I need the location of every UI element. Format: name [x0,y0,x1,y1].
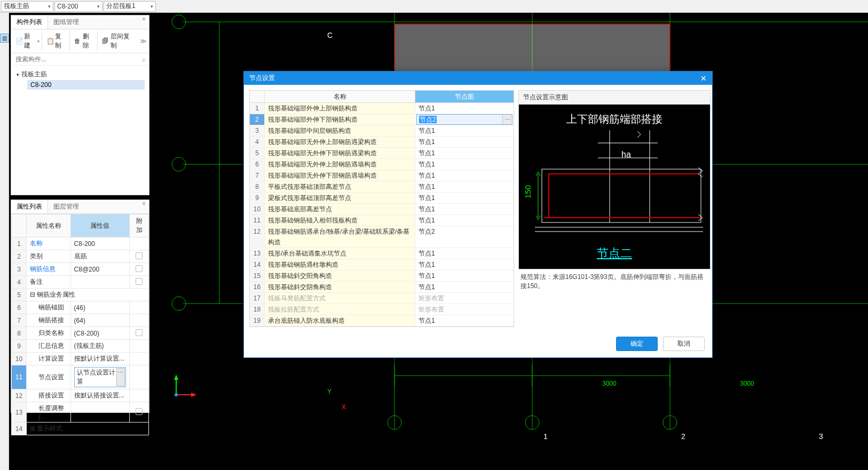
toolbar-overflow-icon[interactable]: ≫ [140,37,147,45]
search-icon[interactable]: ⌕ [142,55,146,63]
node-row[interactable]: 5筏形基础端部无外伸下部钢筋遇梁构造节点1 [250,148,514,159]
node-row[interactable]: 7筏形基础端部无外伸下部钢筋遇墙构造节点1 [250,170,514,181]
diagram-ha-label: ha [621,150,631,160]
left-tool-strip: ▥ [0,13,9,470]
node-row[interactable]: 13筏形/承台基础遇集水坑节点节点1 [250,248,514,259]
property-row[interactable]: 4备注 [12,276,149,289]
node-row[interactable]: 14筏形基础钢筋遇柱墩构造节点1 [250,259,514,270]
grid-header-node[interactable]: 节点图 [415,91,514,102]
panel-close-icon[interactable]: × [140,15,148,23]
delete-button[interactable]: 🗑删除 [72,31,98,51]
extra-checkbox[interactable] [136,329,143,336]
diagram-panel: 节点设置示意图 上下部钢筋端部搭接 [518,90,711,292]
new-icon: 📄 [15,37,23,45]
category-dropdown[interactable]: 筏板主筋▾ [1,1,53,12]
property-row[interactable]: 9汇总信息(筏板主筋) [12,340,149,353]
new-button[interactable]: 📄新建▾ [13,31,42,51]
property-table: 属性名称 属性值 附加 1名称C8-2002类别底筋3钢筋信息C8@2004备注… [11,214,149,435]
tab-layer-mgmt[interactable]: 图层管理 [48,200,84,213]
property-row[interactable]: 5⊟ 钢筋业务属性 [12,289,149,301]
chevron-down-icon: ▾ [151,4,153,9]
property-row[interactable]: 8归类名称(C8-200) [12,327,149,340]
property-row[interactable]: 13长度调整(... [12,402,149,423]
copy-icon: 📋 [46,37,54,45]
property-row[interactable]: 11节点设置认节点设置计算⋯ [12,365,149,389]
cancel-button[interactable]: 取消 [663,337,705,351]
ok-button[interactable]: 确定 [616,337,658,351]
property-panel: × 属性列表 图层管理 属性名称 属性值 附加 1名称C8-2002类别底筋3钢… [11,200,149,413]
property-row[interactable]: 3钢筋信息C8@200 [12,263,149,276]
node-row[interactable]: 6筏形基础端部无外伸上部钢筋遇墙构造节点1 [250,159,514,170]
svg-point-23 [175,393,178,396]
tab-attribute-list[interactable]: 属性列表 [11,200,48,213]
ellipsis-button[interactable]: ⋯ [116,368,125,386]
node-row[interactable]: 10筏形基础底部高差节点节点1 [250,204,514,215]
node-row[interactable]: 19承台底筋锚入防水底板构造节点1 [250,315,514,326]
dialog-titlebar[interactable]: 节点设置 ✕ [244,71,712,85]
node-row[interactable]: 15筏形基础斜交阳角构造节点1 [250,270,514,282]
tab-component-list[interactable]: 构件列表 [11,15,48,29]
diagram-note: 规范算法：来源16G101-3第93页。底筋伸到端部弯折，与面筋搭接150。 [518,269,711,292]
panel-close-icon[interactable]: × [140,200,148,208]
node-list-grid: 名称 节点图 1筏形基础端部外伸上部钢筋构造节点12筏形基础端部外伸下部钢筋构造… [249,90,514,327]
property-row[interactable]: 2类别底筋 [12,250,149,263]
grid-bubble-2: 2 [681,432,685,441]
component-list-panel: × 构件列表 图纸管理 📄新建▾ 📋复制 🗑删除 🗐层间复制 ≫ ⌕ ▾筏板主筋… [11,15,149,195]
property-row[interactable]: 12搭接设置按默认搭接设置... [12,389,149,402]
component-dropdown[interactable]: C8-200▾ [54,1,102,12]
component-search: ⌕ [11,53,149,66]
node-row[interactable]: 4筏形基础端部无外伸上部钢筋遇梁构造节点1 [250,137,514,148]
floor-copy-button[interactable]: 🗐层间复制 [100,31,138,51]
grid-header-name: 名称 [265,91,415,102]
property-row[interactable]: 1名称C8-200 [12,237,149,250]
delete-icon: 🗑 [74,37,82,45]
node-row[interactable]: 1筏形基础端部外伸上部钢筋构造节点1 [250,103,514,114]
component-toolbar: 📄新建▾ 📋复制 🗑删除 🗐层间复制 ≫ [11,29,149,53]
x-axis-label: X [342,403,346,411]
col-header-name: 属性名称 [27,214,71,237]
dim-3000a: 3000 [602,380,617,387]
svg-marker-22 [191,393,196,397]
svg-rect-28 [542,169,701,222]
node-row[interactable]: 9梁板式筏形基础顶部高差节点节点1 [250,193,514,204]
search-input[interactable] [11,53,149,65]
extra-checkbox[interactable] [136,278,143,285]
diagram-node-label: 节点二 [597,245,632,261]
chevron-down-icon: ▾ [37,39,40,44]
node-row[interactable]: 11筏形基础钢筋锚入相邻筏板构造节点1 [250,215,514,226]
node-row[interactable]: 2筏形基础端部外伸下部钢筋构造节点2⋯ [250,114,514,125]
dialog-close-icon[interactable]: ✕ [700,74,707,83]
tab-drawing-mgmt[interactable]: 图纸管理 [48,15,84,29]
node-row[interactable]: 8平板式筏形基础顶部高差节点节点1 [250,181,514,193]
property-row[interactable]: 7钢筋搭接(64) [12,314,149,327]
extra-checkbox[interactable] [136,252,143,259]
property-row[interactable]: 10计算设置按默认计算设置... [12,353,149,365]
floorcopy-icon: 🗐 [102,37,109,45]
left-strip-button[interactable]: ▥ [0,34,9,43]
ellipsis-button[interactable]: ⋯ [502,115,512,124]
property-row[interactable]: 14⊞ 显示样式 [12,423,149,435]
chevron-down-icon: ▾ [48,4,51,9]
extra-checkbox[interactable] [136,408,143,415]
node-row[interactable]: 12筏形基础钢筋遇承台/独基/承台梁/基础联系梁/条基构造节点2 [250,226,514,248]
diagram-150-label: 150 [523,185,532,198]
component-tree: ▾筏板主筋 C8-200 [11,66,149,93]
copy-button[interactable]: 📋复制 [44,31,70,51]
tree-root[interactable]: ▾筏板主筋 [15,69,145,80]
grid-bubble-3: 3 [819,432,823,441]
col-header-blank [12,214,27,237]
node-row[interactable]: 16筏形基础斜交阴角构造节点1 [250,282,514,293]
chevron-down-icon: ▾ [97,4,100,9]
diagram-title: 上下部钢筋端部搭接 [566,112,662,126]
y-axis-label: Y [327,388,332,395]
tree-child-selected[interactable]: C8-200 [27,80,145,90]
node-row[interactable]: 18筏板拉筋配置方式矩形布置 [250,304,514,315]
col-header-value[interactable]: 属性值 [70,214,129,237]
extra-checkbox[interactable] [136,265,143,272]
top-dropdown-bar: 筏板主筋▾ C8-200▾ 分层筏板1▾ [0,0,868,13]
node-row[interactable]: 17筏板马凳筋配置方式矩形布置 [250,293,514,304]
property-row[interactable]: 6钢筋锚固(46) [12,301,149,314]
diagram-area: 上下部钢筋端部搭接 [518,104,711,269]
layer-dropdown[interactable]: 分层筏板1▾ [104,1,156,12]
node-row[interactable]: 3筏形基础端部中间层钢筋构造节点1 [250,125,514,137]
